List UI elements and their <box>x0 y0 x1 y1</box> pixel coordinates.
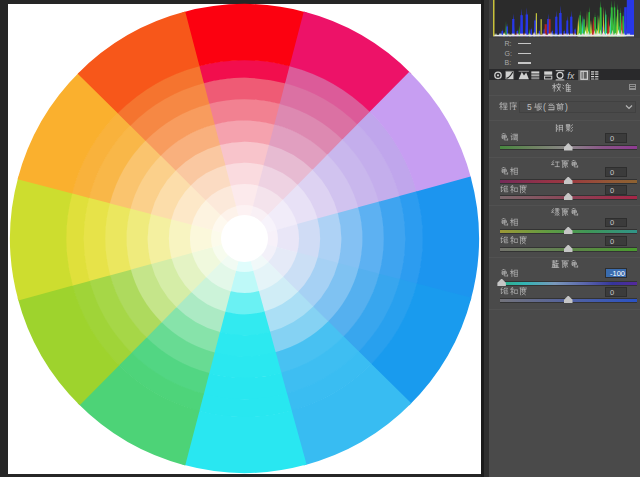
svg-text:fx: fx <box>567 71 575 81</box>
